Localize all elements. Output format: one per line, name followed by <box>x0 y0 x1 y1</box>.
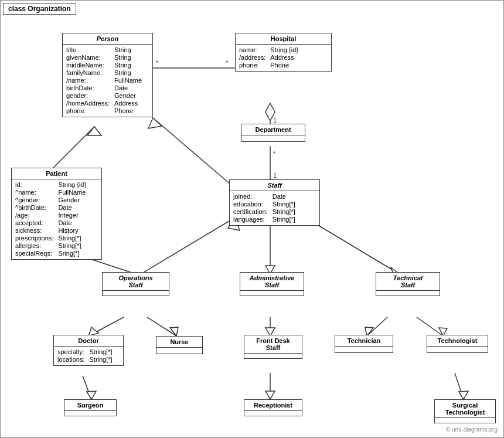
technical-staff-body <box>376 291 440 296</box>
nurse-class: Nurse <box>156 336 203 354</box>
surgeon-header: Surgeon <box>64 400 116 411</box>
nurse-header: Nurse <box>156 337 202 348</box>
surgeon-body <box>64 411 116 416</box>
patient-body: id:String {id} ^name:FullName ^gender:Ge… <box>12 179 101 259</box>
technologist-class: Technologist <box>427 335 488 353</box>
administrative-staff-class: AdministrativeStaff <box>240 272 304 296</box>
svg-text:*: * <box>273 150 276 157</box>
technician-header: Technician <box>335 335 393 347</box>
svg-line-21 <box>367 317 387 336</box>
doctor-body: specialty:String[*] locations:String[*] <box>54 347 123 365</box>
patient-class: Patient id:String {id} ^name:FullName ^g… <box>11 168 102 260</box>
receptionist-class: Receptionist <box>244 399 302 416</box>
svg-marker-2 <box>265 103 275 121</box>
hospital-body: name:String {id} /address:Address phone:… <box>236 45 331 71</box>
svg-text:1: 1 <box>273 117 277 124</box>
surgeon-class: Surgeon <box>64 399 117 416</box>
svg-text:*: * <box>156 59 159 66</box>
diagram-container: class Organization <box>0 0 504 438</box>
watermark: © uml-diagrams.org <box>446 426 498 433</box>
surgical-technologist-body <box>435 418 495 423</box>
svg-marker-26 <box>87 391 96 399</box>
svg-marker-30 <box>459 391 468 399</box>
doctor-header: Doctor <box>54 335 123 347</box>
technical-staff-class: TechnicalStaff <box>376 272 440 296</box>
svg-line-9 <box>141 218 235 274</box>
administrative-staff-header: AdministrativeStaff <box>240 273 304 291</box>
hospital-header: Hospital <box>236 33 331 45</box>
doctor-class: Doctor specialty:String[*] locations:Str… <box>53 335 124 366</box>
svg-line-4 <box>53 127 94 168</box>
technologist-body <box>427 347 488 352</box>
technician-class: Technician <box>335 335 393 353</box>
person-header: Person <box>63 33 152 45</box>
technician-body <box>335 347 393 352</box>
department-class: Department <box>241 124 305 142</box>
staff-header: Staff <box>230 180 319 191</box>
staff-body: joined:Date education:String[*] certific… <box>230 191 319 225</box>
receptionist-body <box>244 411 302 416</box>
department-header: Department <box>241 124 305 135</box>
person-class: Person title:String givenName:String mid… <box>62 33 153 117</box>
operations-staff-class: OperationsStaff <box>102 272 169 296</box>
operations-staff-body <box>103 291 169 296</box>
administrative-staff-body <box>240 291 304 296</box>
front-desk-staff-class: Front DeskStaff <box>244 335 302 359</box>
svg-line-13 <box>305 218 399 274</box>
svg-marker-7 <box>148 118 162 128</box>
diagram-title: class Organization <box>3 3 76 15</box>
svg-line-15 <box>88 317 124 336</box>
surgical-technologist-header: SurgicalTechnologist <box>435 400 495 418</box>
svg-marker-5 <box>87 127 101 135</box>
operations-staff-header: OperationsStaff <box>103 273 169 291</box>
staff-class: Staff joined:Date education:String[*] ce… <box>229 179 320 226</box>
svg-line-17 <box>147 317 176 336</box>
svg-marker-18 <box>170 327 178 336</box>
surgical-technologist-class: SurgicalTechnologist <box>434 399 496 423</box>
hospital-class: Hospital name:String {id} /address:Addre… <box>235 33 332 72</box>
technical-staff-header: TechnicalStaff <box>376 273 440 291</box>
department-body <box>241 135 305 141</box>
svg-line-29 <box>455 373 464 399</box>
front-desk-staff-header: Front DeskStaff <box>244 335 302 354</box>
technologist-header: Technologist <box>427 335 488 347</box>
svg-line-6 <box>153 118 235 188</box>
svg-text:*: * <box>226 59 229 66</box>
svg-line-25 <box>83 376 91 399</box>
svg-marker-28 <box>265 391 275 399</box>
patient-header: Patient <box>12 168 101 179</box>
front-desk-staff-body <box>244 354 302 358</box>
nurse-body <box>156 348 202 354</box>
svg-text:1: 1 <box>273 172 277 179</box>
receptionist-header: Receptionist <box>244 400 302 411</box>
person-body: title:String givenName:String middleName… <box>63 45 152 117</box>
svg-line-23 <box>417 317 443 336</box>
